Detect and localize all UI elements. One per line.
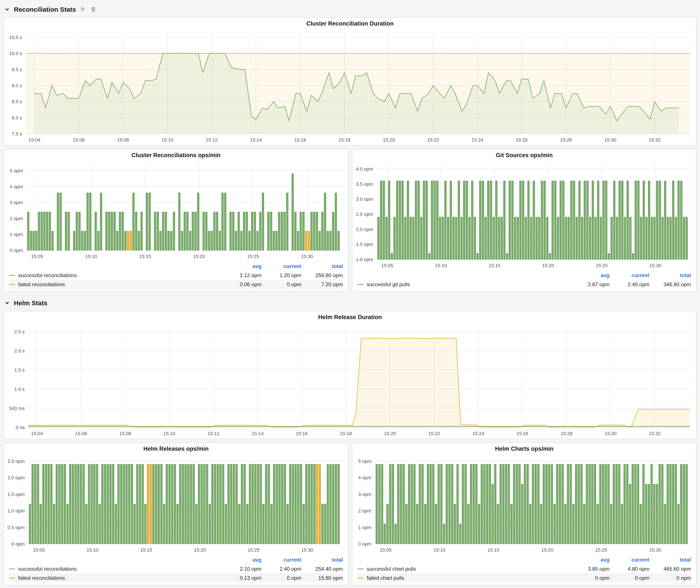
- gear-icon[interactable]: [79, 6, 86, 13]
- legend-current-value: 0 opm: [610, 575, 649, 581]
- svg-text:15:20: 15:20: [194, 547, 206, 553]
- legend-col-current[interactable]: current: [610, 557, 649, 563]
- legend-row-successful-reconciliations: successful reconciliations 2.12 opm 1.20…: [9, 271, 343, 280]
- section-header-helm-stats[interactable]: Helm Stats: [3, 297, 697, 308]
- series-color-swatch: [9, 275, 15, 276]
- svg-text:15:28: 15:28: [561, 431, 573, 436]
- chart-helm-releases-opm[interactable]: 0 opm0.5 opm1.0 opm1.5 opm2.0 opm2.5 opm…: [4, 455, 348, 555]
- svg-text:9.0 s: 9.0 s: [12, 83, 22, 88]
- svg-text:2.0 s: 2.0 s: [14, 348, 25, 354]
- svg-text:2 opm: 2 opm: [10, 216, 23, 221]
- svg-text:15:25: 15:25: [247, 254, 259, 259]
- svg-text:15:30: 15:30: [301, 547, 313, 553]
- svg-text:15:05: 15:05: [381, 263, 393, 268]
- legend-col-total[interactable]: total: [649, 272, 691, 278]
- svg-text:9.5 s: 9.5 s: [12, 67, 22, 72]
- legend-current-value: 0 opm: [261, 575, 301, 581]
- svg-text:2.0 opm: 2.0 opm: [356, 227, 373, 232]
- legend-header-row: avg current total: [358, 271, 691, 280]
- svg-text:15:10: 15:10: [161, 137, 173, 143]
- svg-text:15:10: 15:10: [163, 431, 175, 436]
- svg-text:15:25: 15:25: [596, 263, 608, 268]
- panel-helm-release-duration: Helm Release Duration 0 ns500 ms1.0 s1.5…: [3, 311, 697, 439]
- section-header-reconciliation-stats[interactable]: Reconciliation Stats: [3, 3, 697, 15]
- legend-avg-value: 0.13 opm: [222, 575, 261, 581]
- panel-helm-charts-opm: Helm Charts ops/min 0 opm1 opm2 opm3 opm…: [352, 443, 697, 585]
- legend-col-total[interactable]: total: [649, 557, 691, 563]
- legend-col-avg[interactable]: avg: [222, 557, 261, 563]
- legend-row-successful-chart-pulls: successful chart pulls 3.85 opm 4.80 opm…: [358, 564, 691, 573]
- legend-label[interactable]: successful git pulls: [367, 281, 410, 287]
- panel-title[interactable]: Helm Charts ops/min: [352, 443, 696, 455]
- svg-text:5 opm: 5 opm: [358, 459, 371, 464]
- svg-text:15:22: 15:22: [427, 137, 439, 143]
- trash-icon[interactable]: [90, 6, 97, 13]
- svg-text:2 opm: 2 opm: [358, 508, 371, 514]
- svg-text:2.0 opm: 2.0 opm: [8, 475, 25, 480]
- chart-cluster-reconciliation-duration[interactable]: 7.5 s8.0 s8.5 s9.0 s9.5 s10.0 s10.5 s15:…: [4, 30, 696, 145]
- chevron-down-icon[interactable]: [3, 6, 10, 13]
- panel-title[interactable]: Cluster Reconciliation Duration: [4, 18, 696, 30]
- legend-col-total[interactable]: total: [301, 557, 343, 563]
- svg-text:15:16: 15:16: [296, 431, 308, 436]
- svg-text:10.0 s: 10.0 s: [9, 51, 22, 56]
- legend-avg-value: 2.12 opm: [222, 272, 261, 278]
- legend-total-value: 254.40 opm: [301, 566, 343, 572]
- legend-avg-value: 3.85 opm: [570, 566, 610, 572]
- legend-col-avg[interactable]: avg: [570, 557, 610, 563]
- legend-label[interactable]: failed reconciliations: [18, 281, 65, 287]
- legend-current-value: 4.80 opm: [610, 566, 649, 572]
- svg-text:15:32: 15:32: [649, 431, 661, 436]
- legend-total-value: 346.80 opm: [649, 281, 691, 287]
- chart-cluster-reconciliations-opm[interactable]: 0 opm1 opm2 opm3 opm4 opm5 opm15:0515:10…: [4, 162, 348, 262]
- chevron-down-icon[interactable]: [3, 299, 10, 306]
- legend-col-current[interactable]: current: [261, 557, 301, 563]
- section-title[interactable]: Helm Stats: [14, 299, 47, 306]
- section-title[interactable]: Reconciliation Stats: [14, 5, 76, 13]
- legend-row-failed-reconciliations: failed reconciliations 0.13 opm 0 opm 15…: [9, 573, 343, 582]
- svg-text:10.5 s: 10.5 s: [9, 35, 22, 40]
- chart-git-sources-opm[interactable]: 1.0 opm1.5 opm2.0 opm2.5 opm3.0 opm3.5 o…: [352, 162, 696, 271]
- panel-title[interactable]: Cluster Reconciliations ops/min: [4, 149, 348, 162]
- panel-cluster-reconciliations-opm: Cluster Reconciliations ops/min 0 opm1 o…: [3, 149, 348, 292]
- svg-text:15:08: 15:08: [119, 431, 131, 436]
- svg-text:15:30: 15:30: [604, 137, 616, 143]
- legend-col-total[interactable]: total: [301, 263, 343, 269]
- panel-helm-releases-opm: Helm Releases ops/min 0 opm0.5 opm1.0 op…: [3, 443, 348, 585]
- svg-text:1.5 opm: 1.5 opm: [356, 242, 373, 247]
- svg-text:15:06: 15:06: [75, 431, 87, 436]
- svg-text:15:05: 15:05: [31, 254, 43, 259]
- svg-text:3 opm: 3 opm: [10, 200, 23, 205]
- svg-text:15:24: 15:24: [472, 431, 484, 436]
- svg-text:1.0 s: 1.0 s: [14, 386, 25, 392]
- legend-col-current[interactable]: current: [610, 272, 649, 278]
- svg-text:15:32: 15:32: [649, 137, 661, 143]
- legend-label[interactable]: successful reconciliations: [18, 272, 77, 278]
- svg-text:15:18: 15:18: [340, 431, 352, 436]
- legend-current-value: 0 opm: [261, 281, 301, 287]
- legend-col-avg[interactable]: avg: [222, 263, 261, 269]
- legend-avg-value: 0 opm: [570, 575, 610, 581]
- legend-label[interactable]: successful chart pulls: [367, 566, 416, 572]
- panel-title[interactable]: Git Sources ops/min: [352, 149, 696, 162]
- svg-text:5 opm: 5 opm: [10, 168, 23, 173]
- svg-text:15:08: 15:08: [117, 137, 129, 143]
- chart-helm-release-duration[interactable]: 0 ns500 ms1.0 s1.5 s2.0 s2.5 s15:0415:06…: [4, 323, 696, 439]
- svg-text:15:16: 15:16: [294, 137, 306, 143]
- legend: avg current total successful reconciliat…: [4, 555, 348, 585]
- chart-helm-charts-opm[interactable]: 0 opm1 opm2 opm3 opm4 opm5 opm15:0515:10…: [352, 455, 696, 555]
- legend-col-current[interactable]: current: [261, 263, 301, 269]
- panel-title[interactable]: Helm Releases ops/min: [4, 443, 348, 455]
- series-color-swatch: [9, 568, 15, 569]
- svg-text:15:05: 15:05: [380, 547, 392, 553]
- legend-col-avg[interactable]: avg: [570, 272, 610, 278]
- legend-label[interactable]: successful reconciliations: [18, 566, 77, 572]
- svg-text:15:20: 15:20: [384, 431, 396, 436]
- panel-title[interactable]: Helm Release Duration: [4, 311, 696, 323]
- legend-label[interactable]: failed chart pulls: [367, 575, 404, 581]
- legend-avg-value: 0.06 opm: [222, 281, 261, 287]
- legend-current-value: 2.40 opm: [261, 566, 301, 572]
- legend-label[interactable]: failed reconciliations: [18, 575, 65, 581]
- svg-text:3.5 opm: 3.5 opm: [356, 181, 373, 187]
- panel-cluster-reconciliation-duration: Cluster Reconciliation Duration 7.5 s8.0…: [3, 17, 697, 145]
